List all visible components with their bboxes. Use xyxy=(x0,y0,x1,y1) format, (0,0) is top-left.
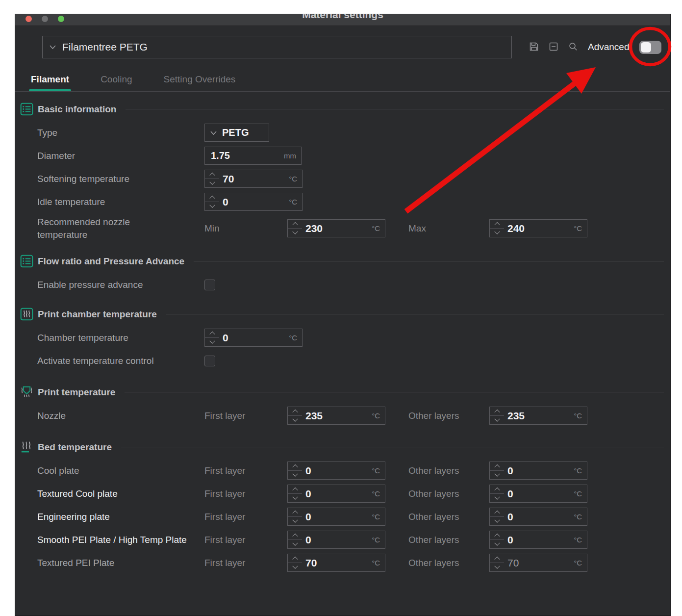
spin-down-icon[interactable] xyxy=(490,471,504,479)
textured-cool-plate-other-layers-value[interactable]: 0 xyxy=(504,488,574,500)
spin-up-icon[interactable] xyxy=(288,554,302,563)
engineering-plate-other-layers-value[interactable]: 0 xyxy=(504,511,574,523)
idle-temperature-input[interactable]: 0 °C xyxy=(204,193,303,211)
textured-pei-plate-first-layer-input[interactable]: 70 °C xyxy=(287,554,385,572)
spin-down-icon[interactable] xyxy=(288,540,302,548)
nozzle-heat-icon xyxy=(20,385,33,399)
softening-temperature-value[interactable]: 70 xyxy=(219,173,289,185)
engineering-plate-first-layer-input[interactable]: 0 °C xyxy=(287,508,385,526)
spin-down-icon[interactable] xyxy=(205,202,219,210)
enable-pressure-advance-checkbox[interactable] xyxy=(204,280,215,290)
spin-up-icon[interactable] xyxy=(205,329,219,338)
chamber-temperature-value[interactable]: 0 xyxy=(219,332,289,344)
nozzle-other-layers-value[interactable]: 235 xyxy=(504,410,574,422)
diameter-value[interactable]: 1.75 xyxy=(205,150,284,161)
nozzle-temp-min-value[interactable]: 230 xyxy=(302,223,372,234)
spin-down-icon[interactable] xyxy=(288,517,302,525)
textured-pei-plate-other-layers-input[interactable]: 70 °C xyxy=(489,554,587,572)
spin-down-icon[interactable] xyxy=(490,517,504,525)
spin-up-icon[interactable] xyxy=(288,485,302,494)
spinner-buttons xyxy=(205,193,219,210)
spin-up-icon[interactable] xyxy=(288,508,302,517)
section-title: Basic information xyxy=(38,104,116,115)
softening-temperature-input[interactable]: 70 °C xyxy=(204,170,303,188)
spin-up-icon[interactable] xyxy=(490,462,504,471)
textured-cool-plate-first-layer-value[interactable]: 0 xyxy=(302,488,372,500)
smooth-pei-plate-other-layers-input[interactable]: 0 °C xyxy=(489,531,587,549)
spin-up-icon[interactable] xyxy=(288,531,302,540)
cool-plate-other-layers-input[interactable]: 0 °C xyxy=(489,462,587,480)
tab-filament[interactable]: Filament xyxy=(30,70,70,91)
spin-up-icon[interactable] xyxy=(490,531,504,540)
textured-cool-plate-other-layers-input[interactable]: 0 °C xyxy=(489,485,587,503)
textured-pei-plate-other-layers-value[interactable]: 70 xyxy=(504,557,574,569)
advanced-toggle[interactable] xyxy=(639,41,661,54)
spinner-buttons xyxy=(288,531,302,548)
activate-temperature-control-checkbox[interactable] xyxy=(204,356,215,366)
spin-up-icon[interactable] xyxy=(490,220,504,229)
spin-up-icon[interactable] xyxy=(490,508,504,517)
spin-up-icon[interactable] xyxy=(288,407,302,416)
smooth-pei-plate-first-layer-value[interactable]: 0 xyxy=(302,534,372,546)
cool-plate-other-layers-value[interactable]: 0 xyxy=(504,465,574,477)
chamber-temperature-input[interactable]: 0 °C xyxy=(204,329,303,347)
spin-down-icon[interactable] xyxy=(288,471,302,479)
spinner-buttons xyxy=(490,485,504,502)
spin-down-icon[interactable] xyxy=(490,563,504,571)
spin-up-icon[interactable] xyxy=(490,554,504,563)
spin-down-icon[interactable] xyxy=(490,416,504,424)
row-textured-pei-plate: Textured PEI Plate First layer 70 °C Oth… xyxy=(37,554,664,572)
softening-temperature-label: Softening temperature xyxy=(37,173,204,185)
nozzle-first-layer-value[interactable]: 235 xyxy=(302,410,372,422)
spin-up-icon[interactable] xyxy=(490,485,504,494)
tab-bar: Filament Cooling Setting Overrides xyxy=(15,70,670,92)
idle-temperature-value[interactable]: 0 xyxy=(219,196,289,208)
section-rule xyxy=(121,447,664,447)
delete-preset-button[interactable] xyxy=(548,41,559,52)
spin-down-icon[interactable] xyxy=(288,416,302,424)
save-preset-button[interactable] xyxy=(528,41,540,52)
spin-up-icon[interactable] xyxy=(288,220,302,229)
spin-up-icon[interactable] xyxy=(205,193,219,202)
spin-down-icon[interactable] xyxy=(288,229,302,237)
tab-setting-overrides[interactable]: Setting Overrides xyxy=(163,70,237,91)
search-settings-button[interactable] xyxy=(567,41,579,52)
spinner-buttons xyxy=(288,407,302,424)
engineering-plate-other-layers-input[interactable]: 0 °C xyxy=(489,508,587,526)
nozzle-temp-min-input[interactable]: 230 °C xyxy=(287,219,385,237)
spin-down-icon[interactable] xyxy=(205,338,219,346)
spin-up-icon[interactable] xyxy=(288,462,302,471)
spinner-buttons xyxy=(288,220,302,237)
spin-down-icon[interactable] xyxy=(205,179,219,187)
spin-down-icon[interactable] xyxy=(490,494,504,502)
textured-cool-plate-first-layer-input[interactable]: 0 °C xyxy=(287,485,385,503)
diameter-input[interactable]: 1.75 mm xyxy=(204,147,302,165)
spin-up-icon[interactable] xyxy=(205,170,219,179)
search-icon xyxy=(567,41,579,52)
nozzle-temp-max-input[interactable]: 240 °C xyxy=(489,219,587,237)
spin-up-icon[interactable] xyxy=(490,407,504,416)
spin-down-icon[interactable] xyxy=(490,229,504,237)
type-dropdown[interactable]: PETG xyxy=(204,124,269,142)
toolbar: Filamentree PETG xyxy=(15,26,670,68)
nozzle-other-layers-input[interactable]: 235 °C xyxy=(489,407,587,425)
engineering-plate-first-layer-value[interactable]: 0 xyxy=(302,511,372,523)
nozzle-temp-max-value[interactable]: 240 xyxy=(504,223,574,234)
row-activate-temperature-control: Activate temperature control xyxy=(37,352,664,370)
cool-plate-first-layer-value[interactable]: 0 xyxy=(302,465,372,477)
row-softening-temperature: Softening temperature 70 °C xyxy=(37,170,664,188)
spinner-buttons xyxy=(490,407,504,424)
nozzle-first-layer-input[interactable]: 235 °C xyxy=(287,407,385,425)
tab-cooling[interactable]: Cooling xyxy=(100,70,133,91)
row-engineering-plate: Engineering plate First layer 0 °C Other… xyxy=(37,508,664,526)
smooth-pei-plate-first-layer-input[interactable]: 0 °C xyxy=(287,531,385,549)
spin-down-icon[interactable] xyxy=(490,540,504,548)
filament-preset-dropdown[interactable]: Filamentree PETG xyxy=(42,36,512,58)
spin-down-icon[interactable] xyxy=(288,494,302,502)
spinner-buttons xyxy=(288,462,302,479)
textured-pei-plate-first-layer-value[interactable]: 70 xyxy=(302,557,372,569)
spin-down-icon[interactable] xyxy=(288,563,302,571)
smooth-pei-plate-other-layers-value[interactable]: 0 xyxy=(504,534,574,546)
preset-name: Filamentree PETG xyxy=(62,41,148,53)
cool-plate-first-layer-input[interactable]: 0 °C xyxy=(287,462,385,480)
